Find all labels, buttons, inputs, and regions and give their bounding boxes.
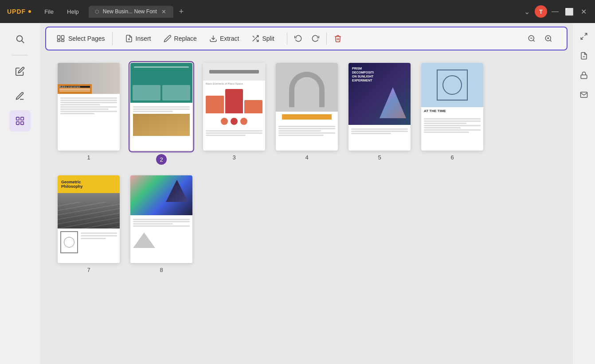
page-num-4: 4 <box>305 154 308 161</box>
page-item-6[interactable]: AT THE TIME 6 <box>421 63 483 165</box>
tab-close-button[interactable]: ✕ <box>160 8 167 15</box>
p2-top <box>130 63 192 103</box>
pages-grid: Building environment <box>58 63 555 273</box>
p3-circles <box>203 116 265 127</box>
new-tab-button[interactable]: + <box>175 5 188 18</box>
zoom-in-button[interactable] <box>541 31 556 46</box>
tab-icon: ⬡ <box>95 9 99 15</box>
sidebar-divider-1 <box>12 55 28 55</box>
active-tab[interactable]: ⬡ New Busin... New Font ✕ <box>89 6 173 18</box>
right-btn-share[interactable] <box>576 87 592 103</box>
page-item-1[interactable]: Building environment <box>58 63 120 165</box>
p3-title <box>209 70 259 74</box>
page-item-2[interactable]: 2 <box>130 63 192 165</box>
zoom-out-icon <box>528 35 536 43</box>
p3-circle-2 <box>231 118 238 125</box>
chevron-down-icon[interactable]: ⌄ <box>521 5 533 18</box>
share-icon <box>580 91 588 99</box>
select-pages-button[interactable]: Select Pages <box>53 32 113 45</box>
page-thumb-3: Basic Elements of Piano Space <box>203 63 265 151</box>
svg-rect-8 <box>58 40 60 42</box>
p7-road <box>58 202 120 228</box>
logo: UPDF <box>0 8 38 15</box>
rotate-left-button[interactable] <box>291 31 306 46</box>
right-btn-pdf-a[interactable] <box>576 48 592 64</box>
sidebar-item-pages[interactable] <box>9 110 31 132</box>
right-btn-ocr[interactable] <box>576 28 592 44</box>
select-pages-label: Select Pages <box>68 35 105 42</box>
page-item-5[interactable]: PRISMDECOMPOSITION SUNLIGHTEXPERIMENT 5 <box>348 63 411 165</box>
insert-button[interactable]: Insert <box>120 32 157 45</box>
p2-cell-1 <box>133 85 160 101</box>
replace-button[interactable]: Replace <box>158 32 202 45</box>
pages-area[interactable]: Building environment <box>40 54 573 364</box>
rotate-left-icon <box>294 35 302 43</box>
right-btn-protect[interactable] <box>576 67 592 83</box>
replace-label: Replace <box>174 35 197 42</box>
p3-chart <box>203 85 265 116</box>
delete-button[interactable] <box>330 31 345 46</box>
thumb-inner-4 <box>276 63 338 151</box>
svg-rect-2 <box>16 117 19 120</box>
thumb-inner-8 <box>130 175 192 263</box>
minimize-button[interactable]: — <box>549 5 561 18</box>
extract-button[interactable]: Extract <box>204 32 245 45</box>
sidebar-item-annotate[interactable] <box>9 85 31 107</box>
sidebar-item-edit[interactable] <box>9 61 31 82</box>
pdf-a-icon <box>580 52 588 60</box>
p3-bar-1 <box>206 96 224 113</box>
p3-circle-1 <box>221 118 228 125</box>
page-thumb-2 <box>130 63 192 151</box>
page-thumb-5: PRISMDECOMPOSITION SUNLIGHTEXPERIMENT <box>348 63 411 151</box>
insert-icon <box>125 35 133 43</box>
svg-line-17 <box>550 40 551 41</box>
menu-help[interactable]: Help <box>61 6 85 18</box>
p8-triangle <box>133 232 155 248</box>
p7-image <box>58 193 120 228</box>
ocr-icon <box>580 32 588 40</box>
p2-img-bottom <box>133 114 190 136</box>
toolbar-group: Insert Replace Extract <box>113 32 287 45</box>
thumb-inner-5: PRISMDECOMPOSITION SUNLIGHTEXPERIMENT <box>348 63 411 151</box>
insert-label: Insert <box>136 35 151 42</box>
p3-bar-2 <box>225 89 243 113</box>
page-num-2: 2 <box>156 154 167 165</box>
thumb-inner-6: AT THE TIME <box>421 63 483 151</box>
close-button[interactable]: ✕ <box>577 5 590 18</box>
page-item-8[interactable]: 8 <box>130 175 192 273</box>
replace-icon <box>164 35 172 43</box>
p8-chart <box>130 230 192 248</box>
page-thumb-4 <box>276 63 338 151</box>
extract-icon <box>209 35 217 43</box>
zoom-out-button[interactable] <box>524 31 539 46</box>
logo-text: UPDF <box>7 8 26 15</box>
split-button[interactable]: Split <box>246 32 279 45</box>
page-num-5: 5 <box>378 154 381 161</box>
right-sidebar <box>573 23 595 364</box>
svg-rect-7 <box>62 35 64 39</box>
p2-cell-2 <box>162 85 190 101</box>
p6-geo <box>437 70 468 101</box>
page-thumb-7: GeometricPhilosophy <box>58 175 120 263</box>
left-sidebar <box>0 23 40 364</box>
page-item-7[interactable]: GeometricPhilosophy <box>58 175 120 273</box>
logo-dot <box>28 10 31 13</box>
avatar[interactable]: T <box>535 5 547 18</box>
p3-top <box>203 63 265 81</box>
p5-text-area <box>348 125 411 138</box>
page-item-4[interactable]: 4 <box>276 63 338 165</box>
menu-file[interactable]: File <box>38 6 60 18</box>
p8-image <box>130 175 192 215</box>
page-item-3[interactable]: Basic Elements of Piano Space <box>203 63 265 165</box>
p7-header: GeometricPhilosophy <box>58 175 120 193</box>
p4-highlight <box>282 114 332 120</box>
titlebar-menu: File Help <box>38 6 85 18</box>
rotate-right-button[interactable] <box>308 31 323 46</box>
p4-lines <box>276 122 338 139</box>
sidebar-item-search[interactable] <box>9 28 31 50</box>
titlebar-controls: ⌄ T — ⬜ ✕ <box>515 5 595 18</box>
svg-point-0 <box>17 36 23 42</box>
maximize-button[interactable]: ⬜ <box>563 5 575 18</box>
split-label: Split <box>262 35 274 42</box>
rotate-right-icon <box>311 35 319 43</box>
